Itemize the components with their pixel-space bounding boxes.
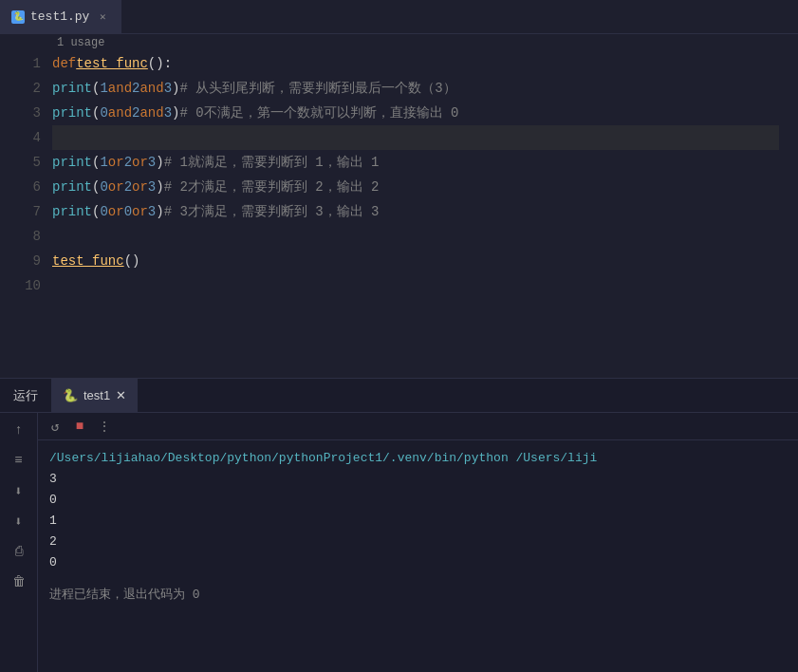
line-number: 5	[0, 150, 41, 175]
code-token: 0	[100, 175, 107, 199]
list-icon[interactable]: ≡	[9, 451, 28, 470]
code-token: print	[52, 101, 92, 125]
code-token: 3	[164, 76, 172, 101]
line-number: 4	[0, 125, 41, 150]
code-token: (	[92, 150, 100, 175]
run-label: 运行	[0, 379, 51, 412]
run-tab-name: test1	[84, 388, 110, 402]
code-token: print	[52, 76, 92, 101]
line-numbers: 12345678910	[0, 51, 52, 378]
terminal-output-line: 0	[49, 490, 787, 511]
code-token: print	[52, 199, 92, 224]
code-token: (	[92, 76, 100, 101]
code-token: 1	[100, 150, 107, 175]
code-line: print(0 or 0 or 3) # 3才满足，需要判断到 3，输出 3	[52, 199, 779, 224]
code-line	[52, 273, 779, 298]
tab-close-button[interactable]: ✕	[95, 9, 110, 25]
print-icon[interactable]: ⎙	[9, 542, 28, 561]
line-number: 2	[0, 76, 41, 101]
terminal-output[interactable]: /Users/lijiahao/Desktop/python/pythonPro…	[38, 440, 798, 672]
code-line: 💡 print(0 and 2 and 3) # 0不满足，第一个数就可以判断，…	[52, 101, 779, 125]
python-file-icon: 🐍	[11, 10, 25, 24]
code-token: # 从头到尾判断，需要判断到最后一个数（3）	[179, 76, 455, 101]
run-tab-bar: 运行 🐍 test1 ✕	[0, 379, 798, 413]
code-token: test_func	[76, 51, 148, 76]
terminal-path-line: /Users/lijiahao/Desktop/python/pythonPro…	[49, 448, 787, 469]
code-token: # 3才满足，需要判断到 3，输出 3	[164, 199, 380, 224]
code-line	[52, 125, 779, 150]
code-token: )	[156, 175, 163, 199]
code-token: and	[108, 101, 132, 125]
run-tab[interactable]: 🐍 test1 ✕	[51, 379, 138, 412]
run-tab-icon: 🐍	[63, 388, 78, 402]
terminal-output-line: 0	[49, 552, 787, 573]
line-number: 6	[0, 175, 41, 199]
editor-area: 1 usage 12345678910 def test_func(): pri…	[0, 34, 798, 378]
line-number: 7	[0, 199, 41, 224]
code-token: # 0不满足，第一个数就可以判断，直接输出 0	[179, 101, 458, 125]
tab-filename: test1.py	[30, 9, 89, 24]
run-main-layout: ↑≡⬇⬇⎙🗑 ↺ ■ ⋮ /Users/lijiahao/Desktop/pyt…	[0, 413, 798, 672]
code-token: and	[108, 76, 132, 101]
code-token: or	[132, 150, 148, 175]
run-tab-close[interactable]: ✕	[116, 388, 126, 402]
code-token: ()	[124, 249, 140, 273]
line-number: 10	[0, 273, 41, 298]
code-token: 0	[100, 199, 107, 224]
download-icon[interactable]: ⬇	[9, 481, 28, 500]
stop-button[interactable]: ■	[70, 417, 89, 436]
restart-button[interactable]: ↺	[46, 417, 65, 436]
code-token: )	[156, 150, 163, 175]
menu-button[interactable]: ⋮	[95, 417, 114, 436]
terminal-main: ↺ ■ ⋮ /Users/lijiahao/Desktop/python/pyt…	[38, 413, 798, 672]
editor-tab[interactable]: 🐍 test1.py ✕	[0, 0, 122, 33]
code-token: (	[92, 175, 100, 199]
code-token: # 2才满足，需要判断到 2，输出 2	[164, 175, 380, 199]
code-token: 3	[148, 199, 156, 224]
code-token: 3	[164, 101, 172, 125]
code-token: )	[172, 101, 179, 125]
code-token: or	[108, 150, 124, 175]
code-token: 3	[148, 175, 156, 199]
code-token: and	[139, 76, 163, 101]
code-token: def	[52, 51, 76, 76]
code-token: 2	[132, 101, 139, 125]
code-line: def test_func():	[52, 51, 779, 76]
download-all-icon[interactable]: ⬇	[9, 512, 28, 531]
code-token: 0	[124, 199, 132, 224]
code-token: or	[132, 199, 148, 224]
code-token: 1	[100, 76, 107, 101]
terminal-output-line: 2	[49, 532, 787, 552]
terminal-end-message: 进程已结束，退出代码为 0	[49, 585, 787, 606]
code-line: print(1 or 2 or 3) # 1就满足，需要判断到 1，输出 1	[52, 150, 779, 175]
terminal-gutter: ↑≡⬇⬇⎙🗑	[0, 413, 38, 672]
code-token: print	[52, 175, 92, 199]
terminal-output-line: 1	[49, 511, 787, 532]
code-token: 0	[100, 101, 107, 125]
code-token: and	[139, 101, 163, 125]
code-token: )	[156, 199, 163, 224]
terminal-path-text: /Users/lijiahao/Desktop/python/pythonPro…	[49, 451, 597, 465]
run-panel: 运行 🐍 test1 ✕ ↑≡⬇⬇⎙🗑 ↺ ■ ⋮ /Users/lijiaha…	[0, 378, 798, 672]
code-token: test_func	[52, 249, 124, 273]
code-line	[52, 224, 779, 249]
code-token: 2	[124, 150, 132, 175]
up-icon[interactable]: ↑	[9, 420, 28, 439]
code-token: 3	[148, 150, 156, 175]
code-token: or	[108, 175, 124, 199]
delete-icon[interactable]: 🗑	[9, 572, 28, 591]
code-token: ():	[148, 51, 172, 76]
code-token: or	[108, 199, 124, 224]
code-container: 12345678910 def test_func(): print(1 and…	[0, 51, 798, 378]
tab-bar: 🐍 test1.py ✕	[0, 0, 798, 34]
line-number: 8	[0, 224, 41, 249]
run-controls: ↺ ■ ⋮	[38, 413, 798, 440]
code-token: (	[92, 199, 100, 224]
code-line: test_func()	[52, 249, 779, 273]
line-number: 3	[0, 101, 41, 125]
line-number: 1	[0, 51, 41, 76]
terminal-output-lines: 30120	[49, 469, 787, 573]
code-content[interactable]: def test_func(): print(1 and 2 and 3) # …	[52, 51, 798, 378]
code-token: or	[132, 175, 148, 199]
code-token: # 1就满足，需要判断到 1，输出 1	[164, 150, 380, 175]
